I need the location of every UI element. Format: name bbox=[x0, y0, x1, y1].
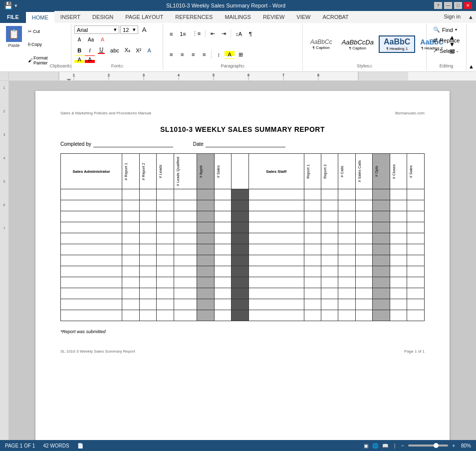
table-cell bbox=[304, 233, 321, 244]
paste-button[interactable]: 📋 Paste bbox=[2, 25, 26, 49]
word-count: 42 WORDS bbox=[43, 443, 69, 449]
multilevel-button[interactable]: ⋮≡ bbox=[190, 29, 203, 38]
table-cell bbox=[139, 189, 156, 200]
table-cell bbox=[373, 310, 390, 321]
table-cell bbox=[122, 277, 139, 288]
table-cell bbox=[122, 266, 139, 277]
table-cell bbox=[197, 266, 214, 277]
page-header: Sales & Marketing Policies and Procedure… bbox=[60, 111, 425, 115]
decrease-indent-button[interactable]: ⇤ bbox=[208, 29, 218, 38]
vertical-ruler: 1 2 3 4 5 6 7 bbox=[0, 81, 9, 451]
table-cell bbox=[338, 222, 355, 233]
table-cell bbox=[61, 244, 122, 255]
style-heading1[interactable]: AaBbC ¶ Heading 1 bbox=[379, 35, 415, 53]
table-cell bbox=[390, 299, 407, 310]
view-web-icon[interactable]: 🌐 bbox=[372, 443, 378, 449]
table-cell bbox=[174, 244, 197, 255]
report-note: *Report was submitted bbox=[60, 329, 425, 334]
replace-button[interactable]: ⇄ Replace bbox=[430, 35, 463, 45]
tab-file[interactable]: FILE bbox=[0, 11, 26, 23]
font-size-selector[interactable]: 12 ▾ bbox=[120, 25, 138, 34]
tab-acrobat[interactable]: ACROBAT bbox=[316, 11, 354, 23]
sign-in-link[interactable]: Sign in bbox=[439, 11, 466, 23]
strikethrough-button[interactable]: abc bbox=[108, 46, 122, 54]
table-cell bbox=[248, 222, 304, 233]
tab-insert[interactable]: INSERT bbox=[54, 11, 86, 23]
change-case-button[interactable]: Aa bbox=[85, 36, 96, 43]
style-caption[interactable]: AaBbCc ¶ Caption bbox=[306, 37, 337, 51]
table-cell bbox=[214, 233, 231, 244]
superscript-button[interactable]: X² bbox=[133, 46, 144, 54]
cut-button[interactable]: ✂ Cut bbox=[26, 28, 50, 35]
table-cell bbox=[157, 244, 174, 255]
justify-button[interactable]: ≡ bbox=[199, 50, 209, 59]
shading-button[interactable]: A bbox=[225, 50, 235, 59]
grow-font-button[interactable]: A bbox=[139, 25, 149, 34]
table-row bbox=[61, 222, 425, 233]
ribbon-collapse-button[interactable]: ▲ bbox=[466, 11, 476, 23]
align-left-button[interactable]: ≡ bbox=[166, 50, 176, 59]
select-button[interactable]: ↗ Select - bbox=[430, 46, 463, 55]
clear-formatting-button[interactable]: A bbox=[97, 35, 107, 43]
tab-design[interactable]: DESIGN bbox=[86, 11, 119, 23]
view-read-icon[interactable]: 📖 bbox=[382, 443, 388, 449]
table-cell bbox=[355, 211, 372, 222]
maximize-button[interactable]: □ bbox=[454, 2, 462, 9]
style-emphasis[interactable]: AaBbCcDa ¶ Caption bbox=[337, 37, 378, 52]
find-button[interactable]: 🔍 Find ▾ bbox=[430, 25, 463, 34]
tab-review[interactable]: REVIEW bbox=[257, 11, 290, 23]
format-painter-button[interactable]: 🖌 Format Painter bbox=[26, 54, 50, 66]
table-cell bbox=[122, 233, 139, 244]
line-spacing-button[interactable]: ↕ bbox=[214, 50, 224, 59]
help-button[interactable]: ? bbox=[434, 2, 442, 9]
title-bar-title: SL1010-3 Weekly Sales Summary Report - W… bbox=[17, 2, 434, 8]
table-cell bbox=[338, 211, 355, 222]
ribbon-expand-button[interactable]: ▲ bbox=[467, 62, 476, 70]
font-name-selector[interactable]: Arial ▾ bbox=[74, 25, 119, 34]
align-right-button[interactable]: ≡ bbox=[188, 50, 198, 59]
table-cell bbox=[139, 266, 156, 277]
underline-button[interactable]: U bbox=[95, 45, 107, 55]
table-row bbox=[61, 310, 425, 321]
text-effects-button[interactable]: A bbox=[144, 46, 154, 54]
subscript-button[interactable]: X₂ bbox=[122, 46, 133, 54]
paste-icon: 📋 bbox=[6, 26, 22, 42]
tab-home[interactable]: HOME bbox=[26, 11, 54, 23]
zoom-in-button[interactable]: + bbox=[452, 443, 455, 449]
tab-mailings[interactable]: MAILINGS bbox=[219, 11, 257, 23]
table-cell bbox=[321, 233, 338, 244]
table-cell bbox=[197, 211, 214, 222]
zoom-level: 80% bbox=[461, 443, 471, 449]
table-cell bbox=[390, 189, 407, 200]
table-cell bbox=[61, 200, 122, 211]
close-button[interactable]: ✕ bbox=[464, 2, 472, 9]
zoom-out-button[interactable]: − bbox=[401, 443, 404, 449]
table-cell bbox=[338, 200, 355, 211]
show-formatting-button[interactable]: ¶ bbox=[245, 29, 255, 38]
table-cell bbox=[248, 244, 304, 255]
bold-button[interactable]: B bbox=[74, 46, 84, 54]
document-main: Sales & Marketing Policies and Procedure… bbox=[9, 81, 476, 451]
italic-button[interactable]: I bbox=[85, 46, 95, 54]
numbering-button[interactable]: 1≡ bbox=[177, 29, 189, 38]
tab-references[interactable]: REFERENCES bbox=[169, 11, 219, 23]
align-center-button[interactable]: ≡ bbox=[177, 50, 187, 59]
border-button[interactable]: ⊞ bbox=[236, 50, 245, 59]
table-cell bbox=[338, 233, 355, 244]
minimize-button[interactable]: — bbox=[444, 2, 452, 9]
sort-button[interactable]: ↕A bbox=[233, 29, 244, 38]
view-print-icon[interactable]: ▣ bbox=[364, 443, 368, 449]
highlight-color-button[interactable]: A bbox=[74, 55, 84, 63]
shrink-font-button[interactable]: A bbox=[74, 36, 84, 43]
bullets-button[interactable]: ≡ bbox=[166, 29, 176, 38]
table-cell bbox=[321, 211, 338, 222]
copy-button[interactable]: ⎘ Copy bbox=[26, 41, 50, 48]
zoom-slider[interactable] bbox=[408, 445, 448, 447]
table-cell bbox=[232, 233, 248, 244]
font-color-button[interactable]: A bbox=[85, 55, 95, 63]
increase-indent-button[interactable]: ⇥ bbox=[219, 29, 229, 38]
tab-page-layout[interactable]: PAGE LAYOUT bbox=[119, 11, 169, 23]
tab-view[interactable]: VIEW bbox=[290, 11, 316, 23]
table-cell bbox=[304, 288, 321, 299]
copy-icon: ⎘ bbox=[28, 42, 30, 47]
